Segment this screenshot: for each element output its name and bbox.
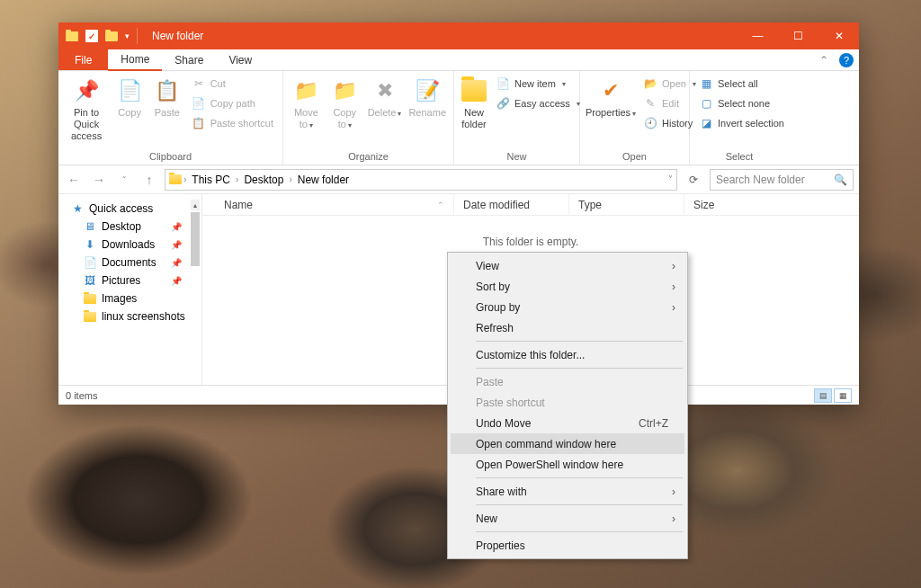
tab-view[interactable]: View — [216, 49, 264, 70]
group-new-label: New — [460, 148, 574, 165]
ctx-properties[interactable]: Properties — [451, 535, 684, 556]
minimize-button[interactable]: — — [738, 22, 778, 49]
help-icon[interactable]: ? — [839, 53, 854, 67]
chevron-down-icon[interactable]: ˅ — [668, 174, 673, 184]
bc-desktop[interactable]: Desktop — [240, 174, 287, 186]
collapse-ribbon-icon[interactable]: ⌃ — [814, 49, 834, 70]
sidebar-quick-access[interactable]: ★ Quick access — [58, 200, 201, 218]
refresh-button[interactable]: ⟳ — [683, 169, 704, 191]
qat: ✓ ▾ — [58, 28, 145, 44]
rename-icon: 📝 — [415, 78, 440, 103]
bc-folder[interactable]: New folder — [294, 174, 353, 186]
new-item-button[interactable]: 📄New item▾ — [492, 75, 584, 93]
ctx-group-by[interactable]: Group by› — [451, 297, 684, 317]
search-input[interactable]: Search New folder 🔍 — [710, 169, 854, 191]
invert-selection-button[interactable]: ◪Invert selection — [695, 114, 788, 132]
sidebar-linux[interactable]: linux screenshots — [58, 307, 201, 325]
delete-icon: ✖ — [372, 78, 398, 103]
pictures-icon: 🖼 — [84, 274, 96, 287]
chevron-right-icon: › — [672, 486, 675, 498]
ctx-undo-move[interactable]: Undo MoveCtrl+Z — [451, 413, 684, 433]
delete-button[interactable]: ✖ Delete▾ — [366, 75, 404, 122]
newitem-icon: 📄 — [496, 76, 510, 91]
ctx-customize[interactable]: Customize this folder... — [451, 344, 684, 365]
col-date[interactable]: Date modified — [454, 194, 569, 215]
new-folder-button[interactable]: New folder — [460, 75, 488, 134]
tab-share[interactable]: Share — [162, 49, 216, 70]
copy-button[interactable]: 📄 Copy — [112, 75, 147, 122]
easy-access-button[interactable]: 🔗Easy access▾ — [492, 94, 584, 112]
scroll-thumb[interactable] — [191, 212, 200, 266]
group-select-label: Select — [695, 148, 783, 165]
paste-icon: 📋 — [155, 78, 180, 103]
paste-label: Paste — [155, 107, 180, 119]
scroll-up-icon[interactable]: ▴ — [191, 200, 200, 210]
separator-icon — [137, 28, 138, 44]
context-menu: View› Sort by› Group by› Refresh Customi… — [447, 252, 688, 559]
pin-icon: 📌 — [74, 78, 99, 103]
separator — [476, 477, 683, 478]
ctx-paste: Paste — [451, 371, 684, 392]
properties-icon: ✔ — [598, 78, 623, 103]
move-to-button[interactable]: 📁 Move to▾ — [289, 75, 324, 134]
chevron-right-icon[interactable]: › — [289, 174, 291, 184]
sidebar-pictures[interactable]: 🖼Pictures📌 — [58, 272, 201, 290]
chevron-right-icon[interactable]: › — [183, 174, 186, 184]
column-headers: Name⌃ Date modified Type Size — [202, 194, 859, 216]
chevron-right-icon: › — [672, 260, 675, 272]
rename-button[interactable]: 📝 Rename — [407, 75, 448, 122]
details-view-button[interactable]: ▤ — [814, 388, 832, 403]
ctx-open-command-window[interactable]: Open command window here — [451, 433, 684, 454]
select-none-button[interactable]: ▢Select none — [695, 94, 788, 112]
copy-icon: 📄 — [117, 78, 142, 103]
bc-this-pc[interactable]: This PC — [188, 174, 234, 186]
sidebar-documents[interactable]: 📄Documents📌 — [58, 254, 201, 272]
ctx-refresh[interactable]: Refresh — [451, 317, 684, 338]
sidebar-desktop[interactable]: 🖥Desktop📌 — [58, 218, 201, 236]
invert-icon: ◪ — [699, 116, 713, 130]
item-count: 0 items — [66, 390, 97, 401]
cut-button[interactable]: ✂Cut — [188, 75, 277, 93]
ctx-sort-by[interactable]: Sort by› — [451, 276, 684, 297]
sidebar-downloads[interactable]: ⬇Downloads📌 — [58, 236, 201, 254]
properties-qat-icon[interactable]: ✓ — [85, 30, 98, 42]
ctx-share-with[interactable]: Share with› — [451, 481, 684, 502]
col-name[interactable]: Name⌃ — [202, 194, 454, 215]
ctx-new[interactable]: New› — [451, 508, 684, 529]
copy-to-button[interactable]: 📁 Copy to▾ — [327, 75, 362, 134]
title-bar[interactable]: ✓ ▾ New folder — ☐ ✕ — [58, 22, 859, 49]
col-type[interactable]: Type — [569, 194, 684, 215]
paste-button[interactable]: 📋 Paste — [150, 75, 184, 122]
col-size[interactable]: Size — [684, 194, 756, 215]
paste-shortcut-button[interactable]: 📋Paste shortcut — [188, 114, 277, 132]
breadcrumb[interactable]: › This PC › Desktop › New folder ˅ — [165, 169, 677, 191]
close-button[interactable]: ✕ — [818, 22, 859, 49]
sidebar-images[interactable]: Images — [58, 290, 201, 307]
forward-button[interactable]: → — [89, 170, 109, 190]
ctx-open-powershell-window[interactable]: Open PowerShell window here — [451, 454, 684, 475]
sidebar-scrollbar[interactable]: ▴ — [191, 200, 200, 379]
ctx-view[interactable]: View› — [451, 255, 684, 276]
menu-file[interactable]: File — [58, 49, 108, 70]
separator — [476, 504, 683, 505]
folder-icon — [84, 294, 96, 304]
tab-home[interactable]: Home — [108, 49, 162, 71]
copy-path-button[interactable]: 📄Copy path — [188, 94, 277, 112]
folder-icon — [66, 31, 78, 41]
chevron-right-icon[interactable]: › — [236, 174, 238, 184]
selectall-icon: ▦ — [699, 76, 713, 91]
chevron-right-icon: › — [672, 301, 675, 314]
menu-bar: File Home Share View ⌃ ? — [58, 49, 859, 71]
folder-icon — [169, 174, 182, 184]
back-button[interactable]: ← — [64, 170, 84, 190]
history-icon: 🕘 — [643, 116, 657, 130]
up-button[interactable]: ↑ — [139, 170, 159, 190]
newfolder-qat-icon[interactable] — [105, 31, 118, 41]
select-all-button[interactable]: ▦Select all — [695, 75, 788, 93]
maximize-button[interactable]: ☐ — [778, 22, 818, 49]
recent-dropdown[interactable]: ˅ — [114, 170, 134, 190]
tiles-view-button[interactable]: ▦ — [834, 388, 852, 403]
pin-to-quick-access-button[interactable]: 📌 Pin to Quick access — [64, 75, 109, 147]
properties-button[interactable]: ✔ Properties▾ — [586, 75, 636, 122]
desktop-icon: 🖥 — [84, 220, 96, 233]
